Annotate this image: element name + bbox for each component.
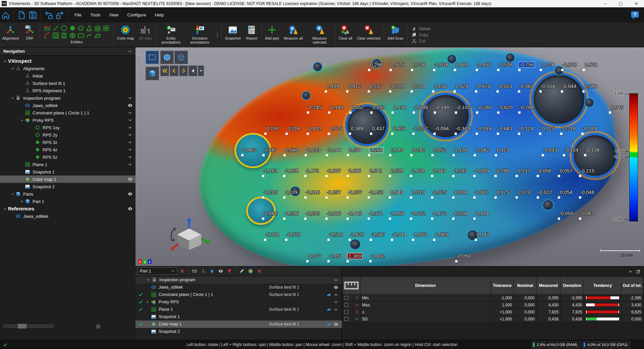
deviation-value[interactable]: -0,371 [369, 211, 383, 216]
entity-tool-icon[interactable] [44, 32, 51, 39]
deviation-value[interactable]: -0,144 [327, 147, 341, 153]
collapse-right-panel-icon[interactable]: ‹ [638, 53, 639, 58]
row-checkbox[interactable] [344, 317, 348, 321]
inspection-item-prvky-rps[interactable]: Prvky RPS [136, 298, 342, 306]
deviation-value-selected[interactable]: 1,369 [347, 253, 362, 259]
deviation-value[interactable]: -0,450 [477, 62, 491, 67]
entity-tool-icon[interactable] [86, 24, 93, 32]
deviation-value[interactable]: -0,202 [411, 211, 425, 216]
chevron-down-icon[interactable] [333, 300, 338, 305]
deviation-value[interactable]: 0,049 [391, 190, 403, 195]
deviation-value[interactable]: -0,104 [564, 147, 578, 153]
deviation-value[interactable]: -0,091 [453, 190, 468, 195]
deviation-value[interactable]: -0,349 [456, 126, 470, 131]
export-session-icon[interactable] [54, 9, 66, 21]
nav-item-rps-alignment-1[interactable]: RPS Alignment 1 [0, 87, 136, 94]
inspection-item-color-map-1[interactable]: Color map 1Surface best fit 1 [136, 320, 342, 328]
deviation-value[interactable]: 0,438 [412, 168, 424, 173]
selection-box-button[interactable] [146, 51, 159, 64]
deviation-value[interactable]: -0,042 [475, 147, 489, 153]
report-button[interactable]: Report [243, 22, 260, 47]
deviation-value[interactable]: -0,257 [327, 190, 341, 195]
previous-annotation-button[interactable] [170, 65, 178, 76]
deviation-value[interactable]: 0,054 [560, 190, 572, 195]
chevron-down-icon[interactable] [127, 95, 133, 101]
table-row[interactable]: ±+1,0000,0007,8257,8256,825 [343, 308, 643, 315]
nav-item-jawa-odlitek[interactable]: Jawa_odlitek [0, 212, 136, 220]
deviation-value[interactable]: 0,975 [391, 62, 404, 67]
deviation-value[interactable]: -0,205 [263, 190, 277, 195]
deviation-value[interactable]: -0,007 [475, 190, 489, 195]
deviation-value[interactable]: -0,204 [453, 211, 468, 216]
deviation-value[interactable]: -0,050 [559, 211, 573, 216]
deviation-value[interactable]: 0,666 [348, 168, 361, 173]
entity-tool-icon[interactable] [60, 32, 68, 39]
inspection-item-snapshot-2[interactable]: Snapshot 2 [136, 328, 342, 335]
first-annotation-button[interactable] [160, 65, 169, 76]
measure-all-button[interactable]: Measure all [281, 22, 305, 47]
deviation-value[interactable]: -0,180 [435, 105, 449, 110]
bottom-tree-header[interactable]: Inspection program [136, 276, 342, 284]
inspection-item-snapshot-1[interactable]: Snapshot 1 [136, 313, 342, 320]
deviation-value[interactable]: 0,389 [351, 126, 363, 131]
deviation-value[interactable]: 0,242 [412, 147, 425, 153]
nav-item-plane-1[interactable]: Plane 1 [0, 161, 136, 168]
deviation-value[interactable]: 0,039 [285, 190, 298, 195]
deviation-value[interactable]: 0,343 [433, 168, 445, 173]
edit-pencil-icon[interactable] [238, 267, 246, 275]
column-header-deviation[interactable]: Deviation [560, 277, 584, 295]
surface-patch-icon[interactable] [326, 322, 331, 327]
deviation-value[interactable]: -0,154 [329, 253, 343, 259]
chevron-down-icon[interactable] [127, 132, 133, 138]
deviation-value[interactable]: 0,129 [455, 84, 468, 89]
inspection-item-jawa-odlitek[interactable]: Jawa_odlitekSurface best fit 1 [136, 284, 342, 291]
deviation-value[interactable]: -0,538 [498, 62, 513, 67]
column-header-measured[interactable]: Measured [536, 277, 560, 295]
copy-button[interactable]: Copy [412, 32, 431, 37]
save-icon[interactable] [27, 9, 39, 21]
play-annotation-button[interactable] [189, 65, 197, 76]
deviation-value[interactable]: -0,164 [475, 211, 489, 216]
deviation-value-selected[interactable]: -0,756 [518, 62, 535, 68]
view-cube-solid-button[interactable] [160, 51, 174, 64]
deviation-value[interactable]: -0,363 [519, 84, 533, 89]
measure-selected-button[interactable]: Measure selected [305, 22, 334, 47]
menu-file[interactable]: File [70, 10, 86, 19]
deviation-value[interactable]: -0,172 [432, 211, 446, 216]
home-icon[interactable] [0, 9, 11, 21]
deviation-value[interactable]: -0,050 [457, 253, 471, 259]
deviation-value[interactable]: -0,038 [434, 62, 448, 67]
import-session-icon[interactable] [43, 9, 54, 21]
deviation-value[interactable]: -0,016 [306, 190, 320, 195]
deviation-value[interactable]: 0,410 [309, 126, 321, 131]
alignment-button[interactable]: Alignment [0, 22, 21, 47]
deviation-value[interactable]: -0,344 [392, 232, 406, 237]
deviation-value[interactable]: 0,912 [348, 84, 361, 89]
menu-help[interactable]: Help [151, 10, 168, 19]
nav-item-jawa-odlitek[interactable]: Jawa_odlitek [0, 102, 136, 109]
deviation-value[interactable]: -0,104 [541, 84, 555, 89]
filter-funnel-icon[interactable] [226, 267, 233, 275]
row-checkbox[interactable] [344, 296, 348, 300]
deviation-value[interactable]: 0,594 [349, 147, 361, 153]
deviation-value[interactable]: 0,197 [266, 126, 279, 131]
deviation-value[interactable]: -0,553 [498, 84, 512, 89]
deviation-value[interactable]: -0,093 [543, 147, 557, 153]
minimize-button[interactable]: – [598, 0, 613, 7]
colorize-icon[interactable] [208, 267, 216, 275]
help-bubble-icon[interactable]: ? [629, 9, 641, 21]
menu-tools[interactable]: Tools [86, 10, 105, 19]
deviation-value[interactable]: 0,293 [454, 168, 467, 173]
deviation-value[interactable]: 0,245 [309, 105, 321, 110]
deviation-value[interactable]: -0,138 [585, 147, 599, 153]
deviation-value[interactable]: 0,437 [372, 126, 384, 131]
deviation-value[interactable]: 0,057 [560, 168, 572, 173]
deviation-value[interactable]: -0,402 [243, 147, 257, 153]
more-options-icon[interactable] [214, 22, 220, 47]
chevron-down-icon[interactable] [127, 147, 133, 152]
deviation-value[interactable]: -0,292 [306, 211, 320, 216]
add-part-button[interactable]: Add part [263, 22, 281, 47]
deviation-value[interactable]: -0,516 [329, 232, 343, 237]
entity-tool-icon[interactable] [77, 24, 85, 32]
deviation-value[interactable]: 0,978 [585, 62, 597, 67]
